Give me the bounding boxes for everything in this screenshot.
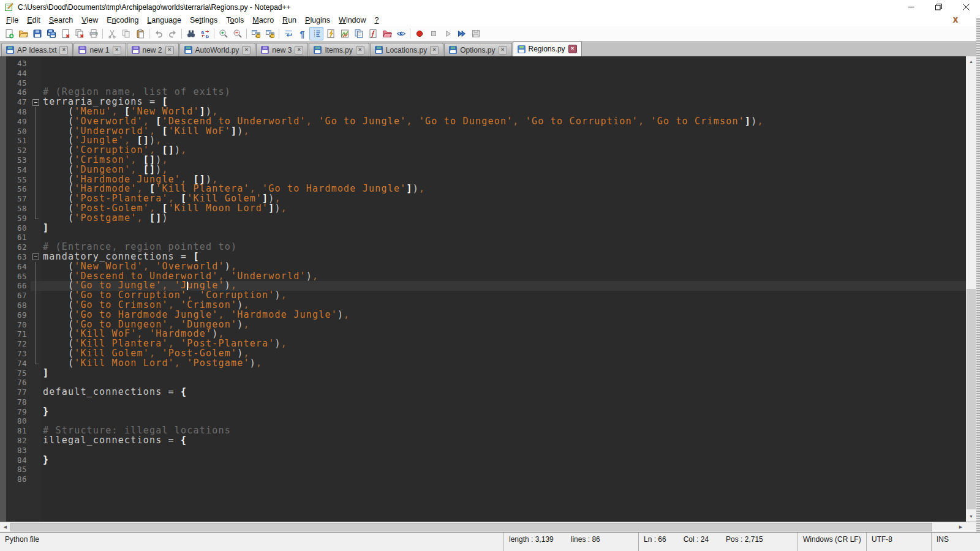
tab-close-icon[interactable]: × [499,46,507,54]
copy-icon[interactable] [119,27,133,40]
new-file-icon[interactable] [2,27,16,40]
menu-item-view[interactable]: View [77,15,102,26]
save-icon[interactable] [30,27,44,40]
tab-locations.py[interactable]: Locations.py× [370,43,443,56]
menu-item-settings[interactable]: Settings [186,15,222,26]
tab-ap-ideas.txt[interactable]: AP Ideas.txt× [1,43,73,56]
code-text[interactable]: default_connections = { [41,388,966,397]
tab-close-icon[interactable]: × [165,46,174,54]
open-folder-icon[interactable] [16,27,30,40]
menu-item-tools[interactable]: Tools [222,15,248,26]
line-number: 68 [6,301,31,310]
user-defined-language-icon[interactable] [323,27,337,40]
tab-regions.py[interactable]: Regions.py× [513,41,582,56]
function-list-icon[interactable] [366,27,380,40]
folder-as-workspace-icon[interactable] [380,27,394,40]
code-line: 60] [6,223,966,233]
word-wrap-icon[interactable] [281,27,295,40]
code-text[interactable]: ('Corruption', []), [41,146,966,156]
tab-close-icon[interactable]: × [295,46,303,54]
document-map-icon[interactable] [337,27,352,40]
undo-icon[interactable] [151,27,165,40]
sync-vertical-icon[interactable] [249,27,263,40]
code-text[interactable]: ] [41,223,966,233]
code-text[interactable]: ('Kill Moon Lord', 'Postgame'), [41,359,966,369]
menu-item-run[interactable]: Run [278,15,301,26]
code-text[interactable]: ('Postgame', []) [41,214,966,223]
vertical-scrollbar[interactable]: ▲ ▼ [966,56,976,522]
code-text[interactable] [41,446,966,455]
indent-guide-icon[interactable] [309,27,323,40]
close-button[interactable] [952,0,980,14]
code-text[interactable] [41,397,966,407]
find-icon[interactable] [184,27,198,40]
menu-item-?[interactable]: ? [371,15,383,26]
horizontal-scroll-thumb[interactable] [10,523,932,531]
menu-item-search[interactable]: Search [45,15,78,26]
menubar-close-icon[interactable]: X [953,16,958,24]
tab-close-icon[interactable]: × [568,45,577,53]
menu-item-edit[interactable]: Edit [23,15,45,26]
close-doc-icon[interactable] [58,27,72,40]
macro-play-icon[interactable] [440,27,454,40]
scroll-down-icon[interactable]: ▼ [966,511,976,522]
scroll-right-icon[interactable]: ▶ [956,522,966,532]
tab-close-icon[interactable]: × [356,46,364,54]
sync-horizontal-icon[interactable] [263,27,277,40]
tab-close-icon[interactable]: × [59,46,68,54]
menu-item-macro[interactable]: Macro [248,15,278,26]
macro-run-multiple-icon[interactable] [454,27,469,40]
tab-new-1[interactable]: new 1× [74,43,126,56]
tab-items.py[interactable]: Items.py× [309,43,369,56]
redo-icon[interactable] [165,27,179,40]
menu-item-file[interactable]: File [2,15,23,26]
show-all-chars-icon[interactable]: ¶ [295,27,309,40]
code-text[interactable]: ('Underworld', ['Kill WoF']), [41,127,966,137]
fold-collapse-icon[interactable] [31,97,41,107]
macro-save-icon[interactable] [469,27,483,40]
cut-icon[interactable] [105,27,119,40]
monitoring-icon[interactable] [394,27,408,40]
zoom-in-icon[interactable] [216,27,230,40]
code-text[interactable]: ('Post-Golem', ['Kill Moon Lord']), [41,204,966,214]
macro-record-icon[interactable] [412,27,426,40]
line-number: 84 [6,455,31,465]
code-text[interactable]: ('Crimson', []), [41,156,966,165]
code-text[interactable]: } [41,407,966,417]
menu-item-language[interactable]: Language [143,15,186,26]
scroll-up-icon[interactable]: ▲ [966,56,976,67]
close-all-docs-icon[interactable] [72,27,86,40]
tab-autoworld.py[interactable]: AutoWorld.py× [179,43,256,56]
code-text[interactable] [41,474,966,484]
scroll-left-icon[interactable]: ◀ [0,522,10,532]
minimize-button[interactable] [897,0,925,14]
menu-item-plugins[interactable]: Plugins [301,15,334,26]
macro-stop-icon[interactable] [426,27,440,40]
tab-new-3[interactable]: new 3× [256,43,308,56]
save-all-icon[interactable] [44,27,58,40]
print-icon[interactable] [86,27,100,40]
vertical-scroll-thumb[interactable] [967,289,976,509]
code-text[interactable]: ] [41,369,966,378]
code-text[interactable]: } [41,455,966,465]
code-text[interactable]: illegal_connections = { [41,436,966,446]
paste-icon[interactable] [133,27,147,40]
tab-close-icon[interactable]: × [242,46,251,54]
editor[interactable]: 43444546# (Region name, list of exits)47… [0,56,966,522]
code-text[interactable] [41,69,966,78]
zoom-out-icon[interactable] [230,27,244,40]
code-text[interactable]: # (Region name, list of exits) [41,88,966,97]
replace-icon[interactable]: ab [198,27,212,40]
tab-close-icon[interactable]: × [113,46,121,54]
horizontal-scrollbar[interactable]: ◀ ▶ [0,522,966,532]
tab-close-icon[interactable]: × [430,46,439,54]
fold-collapse-icon[interactable] [31,252,41,262]
tab-new-2[interactable]: new 2× [127,43,179,56]
menu-item-window[interactable]: Window [334,15,370,26]
tab-options.py[interactable]: Options.py× [444,43,511,56]
restore-button[interactable] [925,0,952,14]
code-text[interactable] [41,59,966,69]
code-text[interactable] [41,465,966,474]
menu-item-encoding[interactable]: Encoding [102,15,143,26]
document-list-icon[interactable] [352,27,366,40]
